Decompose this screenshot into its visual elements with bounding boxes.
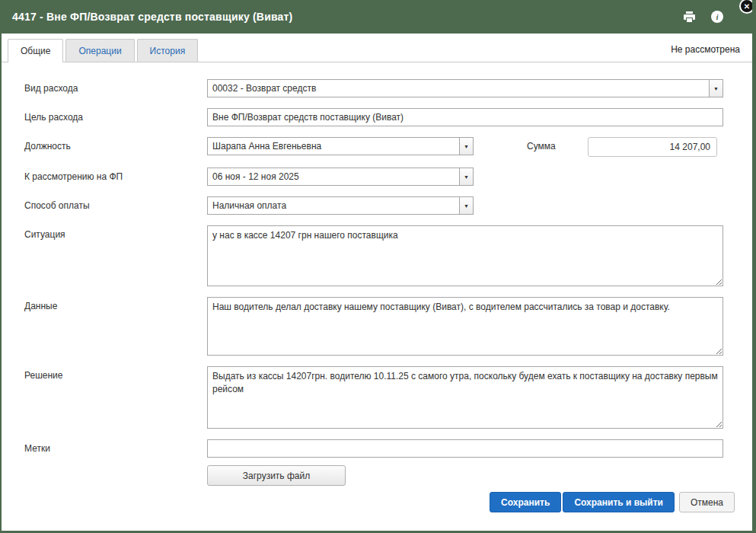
expense-type-value: 00032 - Возврат средств <box>208 80 709 97</box>
tab-bar: Общие Операции История Не рассмотрена <box>2 34 752 62</box>
position-value: Шарапа Анна Евгеньевна <box>208 138 459 155</box>
chevron-down-icon: ▼ <box>459 197 473 214</box>
expense-purpose-label: Цель расхода <box>24 108 207 126</box>
save-and-exit-button[interactable]: Сохранить и выйти <box>563 492 675 512</box>
expense-type-select[interactable]: 00032 - Возврат средств ▼ <box>207 79 723 97</box>
payment-method-select[interactable]: Наличная оплата ▼ <box>207 196 474 215</box>
decision-row: Решение Выдать из кассы 14207грн. водите… <box>24 366 723 429</box>
decision-label: Решение <box>24 366 207 429</box>
payment-method-value: Наличная оплата <box>208 197 459 214</box>
position-amount-row: Должность Шарапа Анна Евгеньевна ▼ Сумма <box>24 137 723 157</box>
save-button[interactable]: Сохранить <box>490 492 561 512</box>
expense-dialog-window: 4417 - Вне ФП/Возврат средств поставщику… <box>0 0 756 533</box>
review-period-row: К рассмотрению на ФП 06 ноя - 12 ноя 202… <box>24 168 723 186</box>
review-period-value: 06 ноя - 12 ноя 2025 <box>208 168 459 185</box>
close-button[interactable]: ✕ <box>739 0 754 14</box>
upload-file-button[interactable]: Загрузить файл <box>207 465 346 486</box>
chevron-down-icon: ▼ <box>459 138 473 155</box>
position-select[interactable]: Шарапа Анна Евгеньевна ▼ <box>207 137 474 155</box>
tab-operations[interactable]: Операции <box>65 39 134 62</box>
status-badge: Не рассмотрена <box>671 44 740 62</box>
footer-actions: Сохранить Сохранить и выйти Отмена <box>2 486 752 512</box>
printer-icon <box>683 11 696 23</box>
header-icons: i <box>683 11 723 23</box>
upload-row: Загрузить файл <box>207 465 723 486</box>
review-period-label: К рассмотрению на ФП <box>24 168 207 186</box>
position-label: Должность <box>24 137 207 157</box>
expense-type-row: Вид расхода 00032 - Возврат средств ▼ <box>24 79 723 97</box>
cancel-button[interactable]: Отмена <box>679 492 735 512</box>
tags-input[interactable] <box>207 439 723 458</box>
print-button[interactable] <box>683 11 696 23</box>
situation-row: Ситуация у нас в кассе 14207 грн нашего … <box>24 225 723 286</box>
data-label: Данные <box>24 297 207 356</box>
amount-input[interactable] <box>588 137 717 157</box>
tags-row: Метки <box>24 439 723 458</box>
expense-type-label: Вид расхода <box>24 79 207 97</box>
general-form: Вид расхода 00032 - Возврат средств ▼ Це… <box>2 62 752 486</box>
amount-label: Сумма <box>527 137 574 152</box>
dialog-title: 4417 - Вне ФП/Возврат средств поставщику… <box>12 11 683 23</box>
chevron-down-icon: ▼ <box>459 168 473 185</box>
expense-purpose-input[interactable] <box>207 108 723 126</box>
data-row: Данные Наш водитель делал доставку нашем… <box>24 297 723 356</box>
expense-purpose-row: Цель расхода <box>24 108 723 126</box>
decision-textarea[interactable]: Выдать из кассы 14207грн. водителю 10.11… <box>207 366 723 429</box>
tab-history[interactable]: История <box>137 39 199 62</box>
tab-general[interactable]: Общие <box>8 39 63 62</box>
payment-method-row: Способ оплаты Наличная оплата ▼ <box>24 196 723 215</box>
situation-label: Ситуация <box>24 225 207 286</box>
close-icon: ✕ <box>744 2 750 11</box>
dialog-header: 4417 - Вне ФП/Возврат средств поставщику… <box>2 0 752 34</box>
info-button[interactable]: i <box>711 11 723 23</box>
situation-textarea[interactable]: у нас в кассе 14207 грн нашего поставщик… <box>207 225 723 286</box>
info-icon: i <box>711 11 723 23</box>
chevron-down-icon: ▼ <box>709 80 723 97</box>
review-period-select[interactable]: 06 ноя - 12 ноя 2025 ▼ <box>207 168 474 186</box>
payment-method-label: Способ оплаты <box>24 196 207 215</box>
data-textarea[interactable]: Наш водитель делал доставку нашему поста… <box>207 297 723 356</box>
tags-label: Метки <box>24 439 207 458</box>
